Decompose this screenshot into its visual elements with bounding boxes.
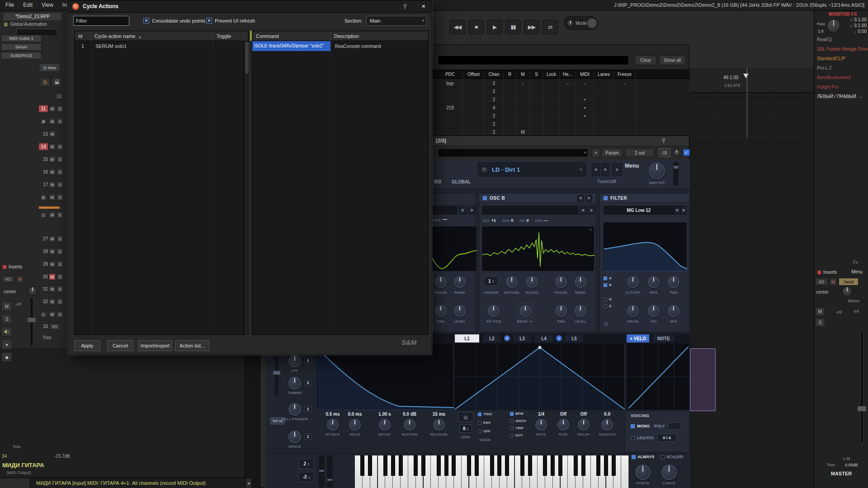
manager-row[interactable]: 2194• <box>432 104 690 112</box>
actions-table-header[interactable]: Id Cycle action name▴ Toggle <box>75 31 248 41</box>
strip-mute-button[interactable]: M <box>1 301 12 311</box>
import-export-button[interactable]: Import/export <box>138 340 172 351</box>
solo-button[interactable]: S <box>57 248 63 255</box>
keyboard[interactable] <box>355 455 629 488</box>
poly-label[interactable]: POLY <box>654 424 665 428</box>
filter-toggle-checkbox[interactable] <box>604 283 607 287</box>
commands-table-header[interactable]: Command Description <box>252 31 428 41</box>
osc-b-pan-knob[interactable] <box>555 305 567 317</box>
mode-pill[interactable]: Mode <box>564 16 598 30</box>
mute-button[interactable]: M <box>49 311 56 318</box>
sync-option-bpm[interactable]: BPM <box>510 412 524 416</box>
black-key[interactable] <box>612 455 616 476</box>
black-key[interactable] <box>467 455 471 476</box>
lfo-delay-knob[interactable] <box>578 419 590 431</box>
io-button[interactable]: I/O <box>2 276 14 283</box>
master-fader-handle[interactable] <box>857 406 867 412</box>
time-field[interactable]: E9.1.00 <box>840 23 867 28</box>
preset-browser[interactable]: ▤ LD - Dirt 1 ▾ <box>478 162 586 177</box>
manager-row[interactable]: 2 <box>432 120 690 128</box>
mute-button[interactable]: M <box>49 169 56 175</box>
osc-b-tune-sem[interactable]: SEM0 <box>502 218 513 223</box>
black-key[interactable] <box>520 455 524 476</box>
black-key[interactable] <box>414 455 418 476</box>
scrollbar-thumb[interactable] <box>245 42 249 74</box>
column-command[interactable]: Command <box>252 31 330 41</box>
curve-knob[interactable] <box>661 465 677 480</box>
manager-column-pdc[interactable]: PDC <box>438 70 463 79</box>
mute-chip[interactable]: M <box>16 276 24 283</box>
time-field[interactable]: S9.1.00 <box>840 17 867 22</box>
track-pill[interactable]: SUBSPACE <box>1 52 42 59</box>
master-io-button[interactable]: I/O <box>815 278 828 286</box>
full-phaser-value[interactable]: 1 <box>304 406 311 412</box>
filter-toggle-checkbox[interactable] <box>604 305 607 308</box>
manager-column-s[interactable]: S <box>530 70 543 79</box>
global-automation-label[interactable]: Global Automation <box>10 22 47 27</box>
play-button[interactable]: ▶ <box>487 20 502 34</box>
master-mute-button[interactable]: M <box>815 307 825 316</box>
command-row[interactable]: ISOLE /track/34/fx/2/preser "solo1"ReaCo… <box>252 41 429 51</box>
monitor-fx-label[interactable]: MONITOR FX <box>829 12 867 17</box>
new-track-button[interactable]: ⊞New <box>39 63 60 72</box>
master-volume-knob[interactable] <box>649 163 665 179</box>
scaled-checkbox[interactable] <box>660 455 665 459</box>
mute-button[interactable]: M <box>49 298 56 305</box>
out-button[interactable]: 2 out <box>625 148 654 157</box>
solo-button[interactable]: S <box>57 273 63 280</box>
sync-checkbox[interactable] <box>510 412 514 416</box>
mute-button[interactable]: M <box>49 181 56 188</box>
black-key[interactable] <box>360 455 364 476</box>
mode-radio[interactable] <box>478 413 481 416</box>
osc-b-phase-knob[interactable] <box>555 276 567 288</box>
action-list-button[interactable]: Action list... <box>175 340 209 351</box>
timbre-knob[interactable] <box>288 377 301 389</box>
menu-view[interactable]: View <box>37 0 58 10</box>
black-key[interactable] <box>558 455 562 476</box>
osc-b-tune-fin[interactable]: FIN0 <box>519 218 528 223</box>
mute-button[interactable]: M <box>49 261 56 267</box>
pin-icon[interactable] <box>402 4 408 9</box>
solo-button[interactable]: S <box>57 311 63 318</box>
black-key[interactable] <box>399 455 403 476</box>
lfo-display[interactable] <box>454 343 624 410</box>
tab-global[interactable]: GLOBAL <box>452 179 471 184</box>
env-attack-knob[interactable] <box>327 419 339 431</box>
tab-matrix[interactable]: RIX <box>434 179 442 184</box>
manager-column-he[interactable]: He... <box>560 70 576 79</box>
filter-toggle-checkbox[interactable] <box>604 277 607 280</box>
osc-b-enable-checkbox[interactable] <box>483 196 487 200</box>
track-fader-handle[interactable] <box>27 317 36 323</box>
grid-stepper[interactable]: 8▴▾ <box>459 424 472 433</box>
filter-next[interactable]: > <box>680 206 687 214</box>
manager-column-midi[interactable]: MIDI <box>576 70 594 79</box>
pin-icon[interactable] <box>661 138 666 144</box>
sync-option-trip[interactable]: TRIP <box>510 426 524 430</box>
manager-column-lanes[interactable]: Lanes <box>594 70 614 79</box>
osc-b-header-prev[interactable]: < <box>577 195 584 202</box>
preset-prev-button[interactable]: < <box>592 163 600 176</box>
time-field[interactable]: L0.00 <box>840 29 867 34</box>
apply-button[interactable]: Apply <box>74 340 100 351</box>
lpf-knob[interactable] <box>288 355 301 367</box>
section-dropdown[interactable]: Main ▾ <box>366 16 427 26</box>
osc-b-wt-pos-knob[interactable] <box>488 305 500 317</box>
monitor-fx-item[interactable]: Pro-L 2 <box>817 66 868 70</box>
space-knob[interactable] <box>288 431 301 443</box>
black-key[interactable] <box>505 455 509 476</box>
osc-a-next[interactable]: > <box>468 206 476 215</box>
column-id[interactable]: Id <box>75 31 91 41</box>
black-key[interactable] <box>391 455 395 476</box>
automation-mode-button[interactable]: ◎ <box>40 77 50 87</box>
mute-button[interactable]: M <box>49 143 56 150</box>
manager-column-freeze[interactable]: Freeze <box>614 70 636 79</box>
osc-b-wt-bar[interactable] <box>482 206 578 215</box>
preset-next-button[interactable]: > <box>601 163 609 176</box>
monitor-fx-item[interactable]: Insight Pro <box>817 84 868 89</box>
filter-pan-knob[interactable] <box>668 276 679 288</box>
mute-button[interactable]: M <box>49 105 56 112</box>
preset-list-button[interactable]: ≡ <box>612 163 622 176</box>
solo-button[interactable]: S <box>57 105 63 112</box>
black-key[interactable] <box>528 455 532 476</box>
solo-button[interactable]: S <box>57 118 63 125</box>
